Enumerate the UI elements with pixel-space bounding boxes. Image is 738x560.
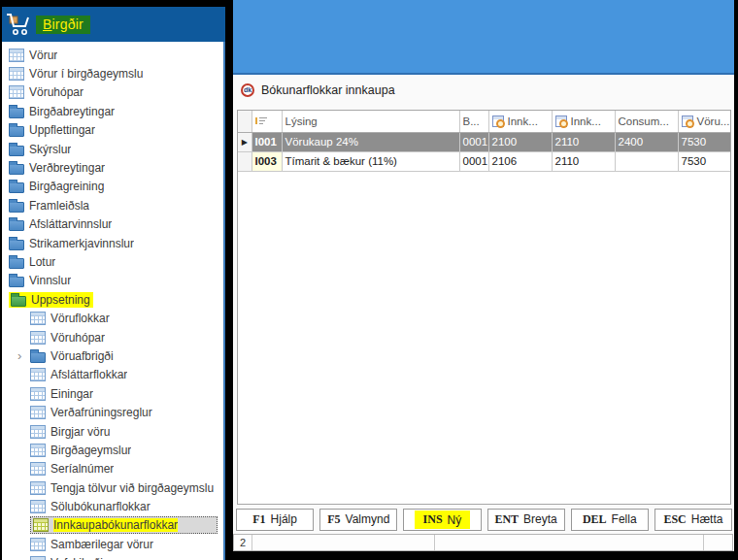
tree-item-label: Birgðagreining: [29, 180, 104, 193]
tree-item-label: Verðafrúningsreglur: [50, 406, 152, 419]
column-header-lsing[interactable]: Lýsing: [282, 111, 459, 132]
tree-item-label: Tengja tölvur við birgðageymslu: [50, 481, 214, 495]
folder-icon: [9, 277, 24, 287]
record-count: 2: [234, 535, 252, 550]
row-marker-cell: ▶: [238, 132, 252, 151]
column-header-consum[interactable]: Consum...: [615, 111, 678, 132]
table-cell[interactable]: 2400: [615, 132, 678, 151]
table-icon: [30, 500, 46, 513]
tree-item-s-lub-kunarflokkar[interactable]: Sölubókunarflokkar: [2, 497, 223, 515]
tree-item-einingar[interactable]: Einingar: [2, 384, 223, 403]
tree-item-label: Lotur: [29, 255, 55, 269]
tree-item-v-ruh-par[interactable]: Vöruhópar: [2, 83, 223, 102]
table-cell[interactable]: 0001: [459, 151, 488, 171]
tree-item-samb-rilegar-v-rur[interactable]: Sambærilegar vörur: [2, 535, 223, 553]
table-icon: [9, 67, 24, 81]
table-cell[interactable]: 2100: [488, 132, 552, 151]
tree-item-uppsetning[interactable]: Uppsetning: [2, 290, 223, 309]
button-breyta[interactable]: ENTBreyta: [487, 509, 565, 531]
table-cell[interactable]: 7530: [678, 151, 731, 171]
tree-item-v-ruflokkar[interactable]: Vöruflokkar: [2, 309, 223, 327]
tree-item-label: Verðbreytingar: [29, 161, 105, 175]
table-icon: [30, 387, 46, 401]
selected-tree-item-box: Innkaupabókunarflokkar: [30, 516, 218, 534]
tree-item-tengja-t-lvur-vi-birg-ageymslu[interactable]: Tengja tölvur við birgðageymslu: [2, 478, 223, 497]
table-cell[interactable]: Tímarit & bækur (11%): [282, 151, 459, 171]
table-cell[interactable]: [615, 151, 678, 171]
table-cell[interactable]: I003: [252, 151, 282, 171]
folder-icon: [9, 146, 24, 156]
lookup-icon: [682, 115, 693, 127]
tree-item-afsl-ttarvinnslur[interactable]: Afsláttarvinnslur: [2, 215, 223, 234]
folder-icon: [9, 182, 24, 193]
button-label: Breyta: [523, 512, 557, 526]
folder-icon: [9, 258, 24, 269]
tree-item-v-rur[interactable]: Vörur: [2, 46, 223, 64]
table-cell[interactable]: 2110: [552, 151, 615, 171]
table-cell[interactable]: 2110: [552, 132, 615, 151]
tree-item-ser-aln-mer[interactable]: Seríalnúmer: [2, 460, 223, 478]
table-row[interactable]: I003Tímarit & bækur (11%)000121062110753…: [238, 151, 731, 171]
tree-item-v-rur-birg-ageymslu[interactable]: Vörur í birgðageymslu: [2, 64, 223, 82]
tree-item-vefskilyr-i[interactable]: Vefskilyrði: [2, 554, 223, 560]
button-hjlp[interactable]: F1Hjálp: [236, 509, 314, 531]
button-ný[interactable]: INSNý: [403, 509, 481, 531]
function-button-row: F1HjálpF5ValmyndINSNýENTBreytaDELFellaES…: [236, 509, 732, 531]
tree-item-v-ruh-par[interactable]: Vöruhópar: [2, 328, 223, 346]
table-icon-selected: [33, 518, 49, 532]
tree-item-v-ruafbrig-i[interactable]: ›Vöruafbrigði: [2, 346, 223, 365]
tree-item-lotur[interactable]: Lotur: [2, 252, 223, 271]
column-header-vru[interactable]: Vöru...: [678, 111, 731, 132]
tree-item-label: Vöruflokkar: [50, 312, 110, 325]
column-header-c1[interactable]: [252, 111, 282, 132]
status-cell: [704, 535, 732, 550]
open-folder-icon: [11, 296, 26, 307]
module-title-accel: B: [43, 16, 52, 32]
window-titlebar: dk Bókunarflokkar innkaupa: [233, 75, 734, 106]
table-cell[interactable]: 2106: [488, 151, 552, 171]
column-header-innk[interactable]: Innk...: [552, 111, 615, 132]
tree-item-afsl-ttarflokkar[interactable]: Afsláttarflokkar: [2, 366, 223, 384]
dk-logo-icon: dk: [241, 83, 254, 97]
tree-item-birg-agreining[interactable]: Birgðagreining: [2, 178, 223, 196]
tree-item-innkaupab-kunarflokkar[interactable]: Innkaupabókunarflokkar: [2, 516, 223, 535]
column-header-innk[interactable]: Innk...: [488, 111, 552, 132]
button-hætta[interactable]: ESCHætta: [654, 509, 732, 531]
button-key: ESC: [663, 512, 686, 526]
tree-item-birg-abreytingar[interactable]: Birgðabreytingar: [2, 102, 223, 120]
tree-item-vinnslur[interactable]: Vinnslur: [2, 272, 223, 290]
table-row[interactable]: ▶I001Vörukaup 24%00012100211024007530: [238, 132, 731, 151]
column-header-b[interactable]: B...: [459, 111, 488, 132]
button-content: DELFella: [583, 512, 637, 527]
table-icon: [30, 425, 46, 439]
button-content: INSNý: [415, 511, 471, 529]
table-cell[interactable]: 7530: [678, 132, 731, 151]
button-content: F1Hjálp: [252, 512, 297, 527]
column-header-label: Innk...: [571, 115, 601, 127]
folder-icon: [9, 108, 24, 118]
button-fella[interactable]: DELFella: [571, 509, 649, 531]
tree-item-ver-breytingar[interactable]: Verðbreytingar: [2, 158, 223, 177]
button-key: ENT: [494, 512, 519, 526]
column-header-c0[interactable]: [238, 111, 252, 132]
tree-item-birgjar-v-ru[interactable]: Birgjar vöru: [2, 422, 223, 441]
sort-icon: [255, 117, 267, 124]
table-cell[interactable]: 0001: [459, 132, 488, 151]
tree-item-sk-rslur[interactable]: Skýrslur: [2, 140, 223, 158]
tree-item-label: Afsláttarflokkar: [50, 368, 127, 381]
cart-icon: [5, 12, 31, 37]
tree-item-framlei-sla[interactable]: Framleiðsla: [2, 196, 223, 214]
tree-item-uppflettingar[interactable]: Uppflettingar: [2, 121, 223, 140]
tree-item-label: Sambærilegar vörur: [50, 538, 153, 551]
tree-item-ver-afr-ningsreglur[interactable]: Verðafrúningsreglur: [2, 403, 223, 421]
table-cell[interactable]: I001: [252, 132, 282, 151]
app-window: Birgðir VörurVörur í birgðageymsluVöruhó…: [0, 0, 738, 560]
tree-item-strikamerkjavinnslur[interactable]: Strikamerkjavinnslur: [2, 234, 223, 252]
table-cell[interactable]: Vörukaup 24%: [282, 132, 459, 151]
button-valmynd[interactable]: F5Valmynd: [319, 509, 397, 531]
tree-item-label: Afsláttarvinnslur: [29, 217, 112, 231]
button-label: Hjálp: [271, 512, 297, 526]
expand-chevron-icon[interactable]: ›: [17, 347, 21, 364]
button-key: F5: [327, 512, 340, 526]
tree-item-birg-ageymslur[interactable]: Birgðageymslur: [2, 441, 223, 459]
